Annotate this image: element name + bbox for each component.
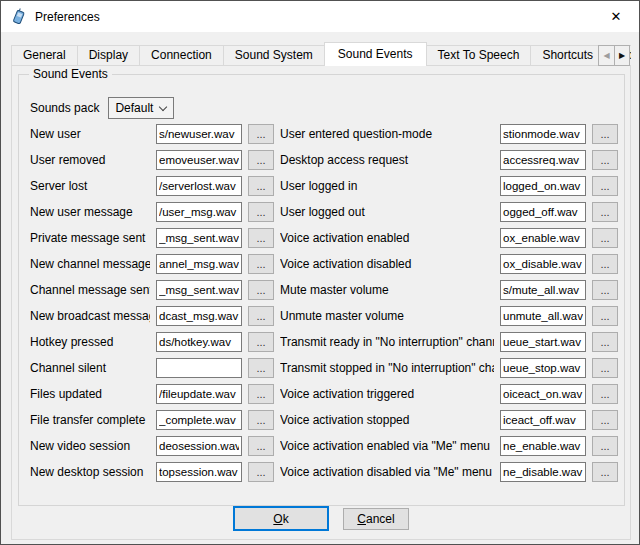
sounds-pack-label: Sounds pack — [30, 101, 99, 115]
event-sound-file-input[interactable] — [156, 436, 242, 456]
groupbox-title: Sound Events — [29, 67, 112, 81]
event-sound-file-input[interactable] — [500, 254, 586, 274]
tab-sound-events[interactable]: Sound Events — [324, 42, 427, 66]
event-label: Transmit stopped in "No interruption" ch… — [280, 358, 494, 378]
window-title: Preferences — [35, 10, 100, 24]
sound-events-groupbox: Sound Events Sounds pack Default New use… — [18, 74, 625, 506]
browse-button[interactable]: ... — [248, 124, 274, 144]
tab-text-to-speech[interactable]: Text To Speech — [426, 45, 532, 66]
sounds-pack-selected-value: Default — [115, 101, 153, 115]
event-sound-file-input[interactable] — [156, 332, 242, 352]
tab-scroll-left-button[interactable]: ◀ — [598, 45, 614, 66]
event-sound-file-input[interactable] — [500, 384, 586, 404]
tab-scroll-buttons: ◀ ▶ — [598, 45, 630, 66]
event-label: Private message sent — [30, 228, 150, 248]
browse-button[interactable]: ... — [248, 176, 274, 196]
event-label: Voice activation disabled — [280, 254, 494, 274]
tab-connection[interactable]: Connection — [139, 45, 224, 66]
event-sound-file-input[interactable] — [156, 176, 242, 196]
event-sound-file-input[interactable] — [500, 202, 586, 222]
event-sound-file-input[interactable] — [156, 254, 242, 274]
browse-button[interactable]: ... — [592, 150, 618, 170]
event-label: Voice activation disabled via "Me" menu — [280, 462, 494, 482]
event-label: New channel message — [30, 254, 150, 274]
browse-button[interactable]: ... — [592, 202, 618, 222]
browse-button[interactable]: ... — [592, 124, 618, 144]
browse-button[interactable]: ... — [248, 410, 274, 430]
title-bar: Preferences ✕ — [1, 1, 639, 32]
event-sound-file-input[interactable] — [500, 124, 586, 144]
event-sound-file-input[interactable] — [156, 280, 242, 300]
browse-button[interactable]: ... — [248, 150, 274, 170]
app-icon — [10, 8, 28, 26]
browse-button[interactable]: ... — [592, 384, 618, 404]
event-sound-file-input[interactable] — [156, 410, 242, 430]
browse-button[interactable]: ... — [248, 462, 274, 482]
browse-button[interactable]: ... — [592, 176, 618, 196]
browse-button[interactable]: ... — [248, 254, 274, 274]
browse-button[interactable]: ... — [248, 228, 274, 248]
event-sound-file-input[interactable] — [500, 332, 586, 352]
event-label: New user message — [30, 202, 150, 222]
browse-button[interactable]: ... — [592, 306, 618, 326]
event-sound-file-input[interactable] — [156, 358, 242, 378]
browse-button[interactable]: ... — [592, 410, 618, 430]
event-sound-file-input[interactable] — [156, 228, 242, 248]
browse-button[interactable]: ... — [592, 358, 618, 378]
sound-events-grid: New user...User entered question-mode...… — [30, 124, 618, 482]
event-label: Files updated — [30, 384, 150, 404]
event-sound-file-input[interactable] — [156, 384, 242, 404]
browse-button[interactable]: ... — [592, 332, 618, 352]
event-label: Voice activation enabled — [280, 228, 494, 248]
tab-scroll-right-button[interactable]: ▶ — [614, 45, 630, 66]
event-sound-file-input[interactable] — [156, 124, 242, 144]
event-label: User removed — [30, 150, 150, 170]
tab-sound-system[interactable]: Sound System — [223, 45, 325, 66]
event-label: Hotkey pressed — [30, 332, 150, 352]
event-sound-file-input[interactable] — [156, 306, 242, 326]
preferences-dialog: Preferences ✕ GeneralDisplayConnectionSo… — [0, 0, 640, 545]
sounds-pack-row: Sounds pack Default — [30, 97, 174, 119]
cancel-button[interactable]: Cancel — [343, 508, 409, 530]
event-sound-file-input[interactable] — [500, 436, 586, 456]
tab-page-sound-events: Sound Events Sounds pack Default New use… — [11, 65, 631, 540]
event-label: New user — [30, 124, 150, 144]
event-label: New video session — [30, 436, 150, 456]
tab-general[interactable]: General — [11, 45, 78, 66]
ok-button[interactable]: Ok — [233, 506, 329, 531]
event-sound-file-input[interactable] — [156, 202, 242, 222]
event-sound-file-input[interactable] — [500, 150, 586, 170]
event-sound-file-input[interactable] — [156, 150, 242, 170]
event-sound-file-input[interactable] — [500, 176, 586, 196]
event-label: Transmit ready in "No interruption" chan… — [280, 332, 494, 352]
event-sound-file-input[interactable] — [500, 306, 586, 326]
tab-shortcuts[interactable]: Shortcuts — [530, 45, 605, 66]
event-label: New broadcast message — [30, 306, 150, 326]
event-sound-file-input[interactable] — [500, 280, 586, 300]
event-label: Mute master volume — [280, 280, 494, 300]
browse-button[interactable]: ... — [248, 332, 274, 352]
browse-button[interactable]: ... — [592, 280, 618, 300]
event-label: User logged in — [280, 176, 494, 196]
event-sound-file-input[interactable] — [500, 410, 586, 430]
browse-button[interactable]: ... — [592, 436, 618, 456]
browse-button[interactable]: ... — [592, 254, 618, 274]
browse-button[interactable]: ... — [592, 462, 618, 482]
event-label: Unmute master volume — [280, 306, 494, 326]
browse-button[interactable]: ... — [248, 358, 274, 378]
browse-button[interactable]: ... — [248, 384, 274, 404]
browse-button[interactable]: ... — [592, 228, 618, 248]
browse-button[interactable]: ... — [248, 436, 274, 456]
tab-display[interactable]: Display — [77, 45, 140, 66]
close-button[interactable]: ✕ — [593, 1, 639, 32]
event-label: File transfer complete — [30, 410, 150, 430]
event-sound-file-input[interactable] — [500, 462, 586, 482]
chevron-down-icon — [159, 103, 167, 111]
browse-button[interactable]: ... — [248, 280, 274, 300]
browse-button[interactable]: ... — [248, 202, 274, 222]
browse-button[interactable]: ... — [248, 306, 274, 326]
event-sound-file-input[interactable] — [500, 228, 586, 248]
event-sound-file-input[interactable] — [500, 358, 586, 378]
sounds-pack-combobox[interactable]: Default — [108, 97, 174, 119]
event-sound-file-input[interactable] — [156, 462, 242, 482]
